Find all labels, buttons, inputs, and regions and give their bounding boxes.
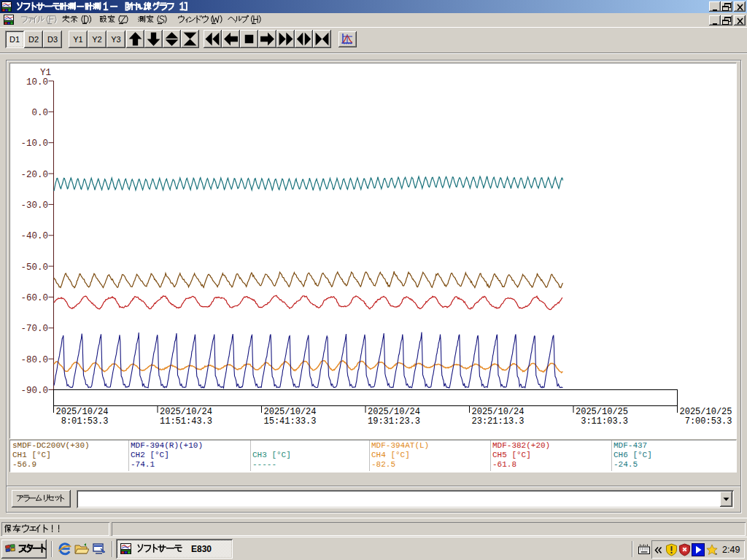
svg-text:Y1: Y1 [40, 68, 51, 78]
svg-text:-60.0: -60.0 [20, 293, 48, 303]
svg-text:2025/10/24: 2025/10/24 [160, 407, 212, 417]
svg-text:-10.0: -10.0 [20, 139, 48, 149]
svg-text:2025/10/25: 2025/10/25 [680, 407, 732, 417]
svg-text:2025/10/24: 2025/10/24 [264, 407, 317, 417]
svg-text:-20.0: -20.0 [20, 170, 48, 180]
svg-text:-90.0: -90.0 [20, 386, 48, 396]
svg-text:0.0: 0.0 [31, 108, 48, 118]
svg-text:-80.0: -80.0 [20, 355, 48, 365]
svg-text:11:51:43.3: 11:51:43.3 [160, 416, 212, 427]
svg-text:23:21:13.3: 23:21:13.3 [472, 416, 525, 427]
svg-text:3:11:03.3: 3:11:03.3 [576, 416, 628, 427]
svg-text:-70.0: -70.0 [20, 324, 48, 334]
svg-text:8:01:53.3: 8:01:53.3 [56, 416, 109, 427]
svg-text:2025/10/24: 2025/10/24 [56, 407, 109, 417]
svg-text:2025/10/25: 2025/10/25 [576, 407, 628, 417]
svg-text:2025/10/24: 2025/10/24 [472, 407, 525, 417]
svg-text:10.0: 10.0 [26, 77, 48, 88]
svg-text:7:00:53.3: 7:00:53.3 [680, 416, 732, 427]
svg-text:-50.0: -50.0 [20, 262, 48, 273]
svg-text:-30.0: -30.0 [20, 201, 48, 211]
svg-text:-40.0: -40.0 [20, 231, 48, 241]
svg-text:2025/10/24: 2025/10/24 [368, 407, 420, 417]
svg-text:15:41:33.3: 15:41:33.3 [264, 416, 317, 427]
svg-text:19:31:23.3: 19:31:23.3 [368, 416, 420, 427]
